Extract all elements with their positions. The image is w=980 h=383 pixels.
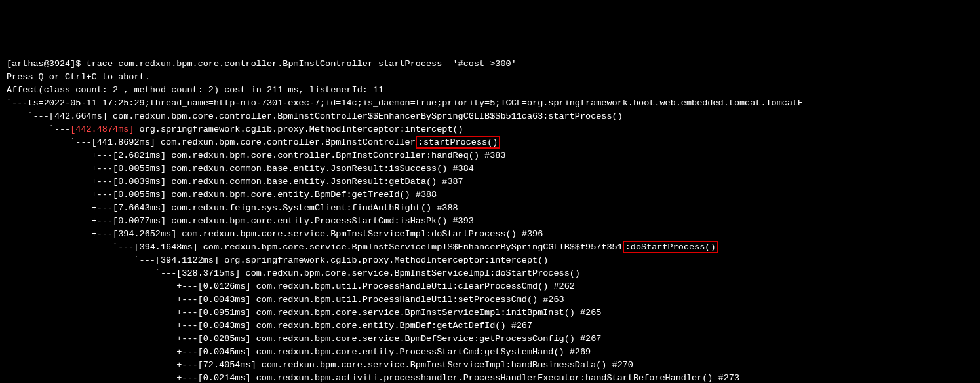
trace-line: +---[0.0285ms] com.redxun.bpm.core.servi… xyxy=(7,334,601,344)
trace-line: +---[0.0055ms] com.redxun.common.base.en… xyxy=(7,164,474,173)
method-highlight-dostart: :doStartProcess() xyxy=(623,241,718,253)
trace-line: +---[0.0951ms] com.redxun.bpm.core.servi… xyxy=(7,308,601,318)
trace-line: +---[7.6643ms] com.redxun.feign.sys.Syst… xyxy=(7,203,458,213)
slow-timing: [442.4874ms] xyxy=(70,124,134,134)
abort-hint: Press Q or Ctrl+C to abort. xyxy=(7,72,150,82)
trace-line: +---[72.4054ms] com.redxun.bpm.core.serv… xyxy=(7,360,633,370)
trace-line: +---[0.0126ms] com.redxun.bpm.util.Proce… xyxy=(7,282,575,291)
trace-line: +---[0.0055ms] com.redxun.bpm.core.entit… xyxy=(7,190,437,200)
terminal-output: [arthas@3924]$ trace com.redxun.bpm.core… xyxy=(7,58,973,383)
trace-line: +---[2.6821ms] com.redxun.bpm.core.contr… xyxy=(7,151,506,160)
trace-line: `---[394.1122ms] org.springframework.cgl… xyxy=(7,255,548,265)
trace-line: +---[394.2652ms] com.redxun.bpm.core.ser… xyxy=(7,229,543,239)
trace-line: `---[394.1648ms] com.redxun.bpm.core.ser… xyxy=(7,242,623,252)
trace-line: +---[0.0043ms] com.redxun.bpm.core.entit… xyxy=(7,321,532,331)
trace-line: +---[0.0214ms] com.redxun.bpm.activiti.p… xyxy=(7,373,739,383)
trace-line: +---[0.0039ms] com.redxun.common.base.en… xyxy=(7,177,463,187)
trace-line: +---[0.0043ms] com.redxun.bpm.util.Proce… xyxy=(7,295,564,304)
command-text: trace com.redxun.bpm.core.controller.Bpm… xyxy=(87,59,517,69)
trace-line: `---[441.8692ms] com.redxun.bpm.core.con… xyxy=(7,137,416,147)
trace-line: `--- xyxy=(7,124,70,134)
trace-line: +---[0.0077ms] com.redxun.bpm.core.entit… xyxy=(7,216,474,226)
trace-line: +---[0.0045ms] com.redxun.bpm.core.entit… xyxy=(7,347,591,357)
affect-line: Affect(class count: 2 , method count: 2)… xyxy=(7,85,383,95)
trace-line: `---ts=2022-05-11 17:25:29;thread_name=h… xyxy=(7,98,803,108)
trace-line: org.springframework.cglib.proxy.MethodIn… xyxy=(134,124,463,134)
prompt: [arthas@3924]$ xyxy=(7,59,87,69)
method-highlight-start-process: :startProcess() xyxy=(416,136,501,149)
trace-line: `---[328.3715ms] com.redxun.bpm.core.ser… xyxy=(7,268,580,278)
trace-line: `---[442.664ms] com.redxun.bpm.core.cont… xyxy=(7,111,623,121)
